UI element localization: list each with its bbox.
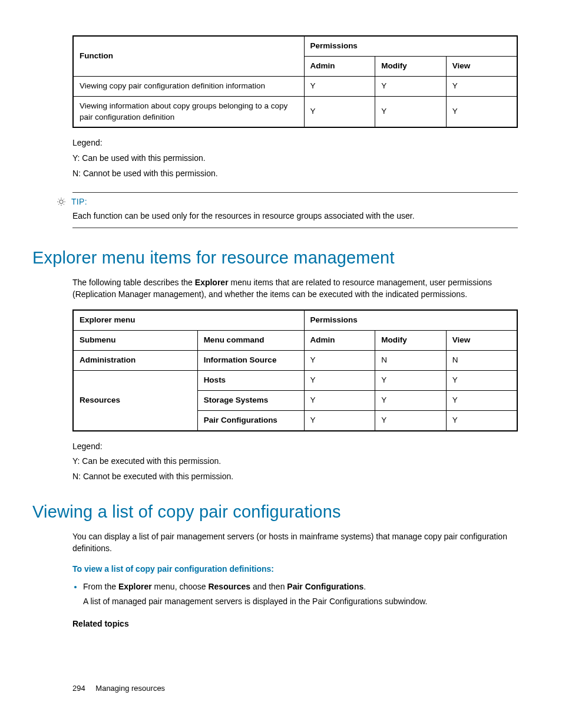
section2-subhead: To view a list of copy pair configuratio… — [72, 564, 518, 575]
tip-text: Each function can be used only for the r… — [72, 210, 518, 222]
svg-line-7 — [58, 204, 59, 205]
th-permissions: Permissions — [304, 310, 517, 330]
list-item: From the Explorer menu, choose Resources… — [83, 581, 518, 608]
cell-view: Y — [446, 370, 517, 390]
legend-1: Legend: Y: Can be used with this permiss… — [72, 137, 518, 179]
th-view: View — [446, 331, 517, 351]
related-topics-heading: Related topics — [72, 618, 518, 630]
cell-modify: Y — [375, 390, 447, 410]
permissions-table-1: Function Permissions Admin Modify View V… — [72, 35, 518, 128]
tip-block: TIP: Each function can be used only for … — [72, 192, 518, 228]
cell-admin: Y — [304, 370, 375, 390]
cell-view: N — [446, 350, 517, 370]
page-footer: 294 Managing resources — [72, 683, 165, 694]
th-menu-command: Menu command — [197, 331, 304, 351]
heading-viewing-list: Viewing a list of copy pair configuratio… — [32, 500, 518, 524]
th-modify: Modify — [375, 56, 447, 76]
legend-n: N: Cannot be used with this permission. — [72, 168, 518, 180]
bullet-list: From the Explorer menu, choose Resources… — [72, 581, 518, 608]
cell-view: Y — [446, 96, 517, 127]
text: The following table describes the — [72, 278, 195, 287]
legend-y: Y: Can be used with this permission. — [72, 153, 518, 164]
th-admin: Admin — [304, 56, 375, 76]
cell-cmd: Pair Configurations — [197, 410, 304, 430]
legend-n: N: Cannot be executed with this permissi… — [72, 471, 518, 483]
cell-modify: Y — [375, 410, 447, 430]
text: From the — [83, 582, 118, 591]
svg-line-6 — [64, 199, 64, 200]
svg-line-8 — [64, 204, 64, 205]
legend-title: Legend: — [72, 137, 518, 149]
heading-explorer-menu: Explorer menu items for resource managem… — [32, 246, 518, 270]
table-row: Resources Hosts Y Y Y — [73, 370, 517, 390]
cell-modify: Y — [375, 76, 447, 96]
cell-function: Viewing information about copy groups be… — [73, 96, 304, 127]
text-bold: Pair Configurations — [287, 582, 363, 591]
th-explorer-menu: Explorer menu — [73, 310, 304, 330]
tip-rule-top — [72, 192, 518, 193]
cell-modify: Y — [375, 370, 447, 390]
text-bold: Explorer — [195, 278, 229, 287]
svg-line-5 — [58, 199, 59, 200]
cell-modify: N — [375, 350, 447, 370]
cell-submenu: Administration — [73, 350, 197, 370]
tip-rule-bottom — [72, 228, 518, 228]
cell-view: Y — [446, 76, 517, 96]
table-row: Viewing information about copy groups be… — [73, 96, 517, 127]
cell-cmd: Information Source — [197, 350, 304, 370]
cell-admin: Y — [304, 350, 375, 370]
bullet-subtext: A list of managed pair management server… — [83, 596, 518, 608]
cell-view: Y — [446, 390, 517, 410]
cell-view: Y — [446, 410, 517, 430]
cell-cmd: Storage Systems — [197, 390, 304, 410]
text: . — [363, 582, 366, 591]
svg-point-0 — [59, 200, 63, 203]
footer-title: Managing resources — [95, 684, 165, 693]
th-permissions: Permissions — [304, 36, 517, 56]
cell-admin: Y — [304, 96, 375, 127]
cell-modify: Y — [375, 96, 447, 127]
section2-intro: You can display a list of pair managemen… — [72, 531, 518, 554]
tip-label: TIP: — [71, 196, 87, 208]
lightbulb-icon — [56, 197, 67, 207]
th-function: Function — [73, 36, 304, 76]
section1-intro: The following table describes the Explor… — [72, 277, 518, 300]
th-admin: Admin — [304, 331, 375, 351]
text-bold: Explorer — [118, 582, 152, 591]
cell-cmd: Hosts — [197, 370, 304, 390]
cell-function: Viewing copy pair configuration definiti… — [73, 76, 304, 96]
cell-admin: Y — [304, 410, 375, 430]
cell-submenu: Resources — [73, 370, 197, 430]
table-row: Administration Information Source Y N N — [73, 350, 517, 370]
page-number: 294 — [72, 684, 85, 693]
table-row: Viewing copy pair configuration definiti… — [73, 76, 517, 96]
th-submenu: Submenu — [73, 331, 197, 351]
legend-2: Legend: Y: Can be executed with this per… — [72, 441, 518, 483]
th-modify: Modify — [375, 331, 447, 351]
legend-title: Legend: — [72, 441, 518, 453]
cell-admin: Y — [304, 76, 375, 96]
legend-y: Y: Can be executed with this permission. — [72, 456, 518, 467]
text-bold: Resources — [208, 582, 250, 591]
text: and then — [250, 582, 287, 591]
text: menu, choose — [152, 582, 209, 591]
cell-admin: Y — [304, 390, 375, 410]
permissions-table-2: Explorer menu Permissions Submenu Menu c… — [72, 309, 518, 431]
th-view: View — [446, 56, 517, 76]
